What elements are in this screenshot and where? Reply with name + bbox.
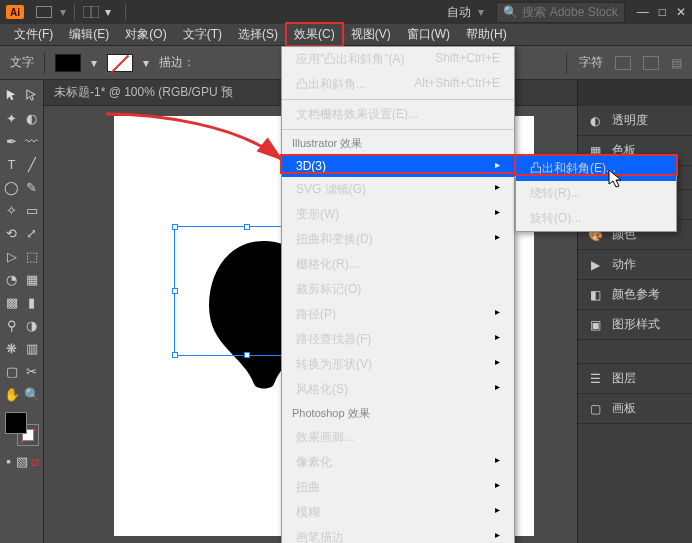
eyedropper-tool[interactable]: ⚲ [2,314,22,337]
menu-window[interactable]: 窗口(W) [399,23,458,46]
menu-3d[interactable]: 3D(3) [282,155,514,177]
artboards-icon: ▢ [586,402,604,416]
app-logo: Ai [6,5,24,19]
menu-view[interactable]: 视图(V) [343,23,399,46]
selection-type-label: 文字 [10,54,34,71]
symbol-sprayer-tool[interactable]: ❋ [2,337,22,360]
menu-type[interactable]: 文字(T) [175,23,230,46]
line-tool[interactable]: ╱ [22,153,42,176]
graphicstyles-icon: ▣ [586,318,604,332]
direct-selection-tool[interactable] [22,84,42,107]
blend-tool[interactable]: ◑ [22,314,42,337]
align-icon[interactable] [615,56,631,70]
menu-rasterize[interactable]: 栅格化(R)... [282,252,514,277]
right-panel-dock: ◐透明度 ▦色板 ▥渐变 🎨颜色 ▶动作 ◧颜色参考 ▣图形样式 ☰图层 ▢画板 [577,80,692,543]
actions-icon: ▶ [586,258,604,272]
menu-file[interactable]: 文件(F) [6,23,61,46]
brush-tool[interactable]: ✎ [22,176,42,199]
menu-effect-gallery[interactable]: 效果画廊... [282,425,514,450]
menu-apply-last-effect[interactable]: 应用"凸出和斜角"(A)Shift+Ctrl+E [282,47,514,72]
search-placeholder: 搜索 Adobe Stock [522,4,617,21]
arrange-docs-icon[interactable]: ▾ [83,5,111,19]
menu-pixelate[interactable]: 像素化 [282,450,514,475]
close-button[interactable]: ✕ [676,5,686,19]
zoom-tool[interactable]: 🔍 [22,383,42,406]
panel-layers[interactable]: ☰图层 [578,364,692,394]
minimize-button[interactable]: — [637,5,649,19]
menu-help[interactable]: 帮助(H) [458,23,515,46]
menu-distort-transform[interactable]: 扭曲和变换(D) [282,227,514,252]
fill-stroke-control[interactable] [5,412,39,446]
gradient-mode-icon[interactable]: ▧ [15,450,28,473]
panel-artboards[interactable]: ▢画板 [578,394,692,424]
fill-swatch[interactable] [55,54,81,72]
app-titlebar: Ai ▾ ▾ 自动 ▾ 🔍 搜索 Adobe Stock — □ ✕ [0,0,692,24]
panel-color-guide[interactable]: ◧颜色参考 [578,280,692,310]
hand-tool[interactable]: ✋ [2,383,22,406]
color-mode-icon[interactable]: ▪ [2,450,15,473]
workspace-switcher[interactable]: 自动 ▾ [447,4,484,21]
menubar: 文件(F) 编辑(E) 对象(O) 文字(T) 选择(S) 效果(C) 视图(V… [0,24,692,46]
menu-blur[interactable]: 模糊 [282,500,514,525]
menu-object[interactable]: 对象(O) [117,23,174,46]
scale-tool[interactable]: ⤢ [22,222,42,245]
shaper-tool[interactable]: ✧ [2,199,22,222]
bridge-icon[interactable] [36,6,52,18]
menu-crop-marks[interactable]: 裁剪标记(O) [282,277,514,302]
layers-icon: ☰ [586,372,604,386]
menu-distort-ps[interactable]: 扭曲 [282,475,514,500]
menu-header-photoshop: Photoshop 效果 [282,402,514,425]
selection-tool[interactable] [2,84,22,107]
pen-tool[interactable]: ✒ [2,130,22,153]
menu-convert-to-shape[interactable]: 转换为形状(V) [282,352,514,377]
menu-effect[interactable]: 效果(C) [286,23,343,46]
menu-extrude-bevel[interactable]: 凸出和斜角(E)... [516,156,676,181]
panel-actions[interactable]: ▶动作 [578,250,692,280]
lasso-tool[interactable]: ◐ [22,107,42,130]
transparency-icon: ◐ [586,114,604,128]
rotate-tool[interactable]: ⟲ [2,222,22,245]
menu-warp[interactable]: 变形(W) [282,202,514,227]
none-mode-icon[interactable]: ⧄ [28,450,41,473]
type-tool[interactable]: T [2,153,22,176]
panel-menu-icon[interactable]: ▤ [671,56,682,70]
menu-svg-filters[interactable]: SVG 滤镜(G) [282,177,514,202]
3d-submenu: 凸出和斜角(E)... 绕转(R)... 旋转(O)... [515,155,677,232]
menu-path[interactable]: 路径(P) [282,302,514,327]
perspective-tool[interactable]: ▦ [22,268,42,291]
gradient-tool[interactable]: ▮ [22,291,42,314]
menu-header-illustrator: Illustrator 效果 [282,132,514,155]
mesh-tool[interactable]: ▩ [2,291,22,314]
characters-panel-link[interactable]: 字符 [579,54,603,71]
menu-stylize-ai[interactable]: 风格化(S) [282,377,514,402]
menu-doc-raster-settings[interactable]: 文档栅格效果设置(E)... [282,102,514,127]
eraser-tool[interactable]: ▭ [22,199,42,222]
transform-icon[interactable] [643,56,659,70]
effect-menu-dropdown: 应用"凸出和斜角"(A)Shift+Ctrl+E 凸出和斜角...Alt+Shi… [281,46,515,543]
graph-tool[interactable]: ▥ [22,337,42,360]
panel-transparency[interactable]: ◐透明度 [578,106,692,136]
width-tool[interactable]: ▷ [2,245,22,268]
menu-last-effect-options[interactable]: 凸出和斜角...Alt+Shift+Ctrl+E [282,72,514,97]
magic-wand-tool[interactable]: ✦ [2,107,22,130]
maximize-button[interactable]: □ [659,5,666,19]
shape-builder-tool[interactable]: ◔ [2,268,22,291]
search-icon: 🔍 [503,5,518,19]
stroke-label: 描边： [159,54,195,71]
slice-tool[interactable]: ✂ [22,360,42,383]
panel-graphic-styles[interactable]: ▣图形样式 [578,310,692,340]
colorguide-icon: ◧ [586,288,604,302]
menu-select[interactable]: 选择(S) [230,23,286,46]
curvature-tool[interactable]: 〰 [22,130,42,153]
chevron-down-icon[interactable]: ▾ [60,5,66,19]
menu-brush-strokes[interactable]: 画笔描边 [282,525,514,543]
menu-rotate-3d[interactable]: 旋转(O)... [516,206,676,231]
menu-edit[interactable]: 编辑(E) [61,23,117,46]
free-transform-tool[interactable]: ⬚ [22,245,42,268]
artboard-tool[interactable]: ▢ [2,360,22,383]
ellipse-tool[interactable]: ◯ [2,176,22,199]
stroke-swatch[interactable] [107,54,133,72]
stock-search[interactable]: 🔍 搜索 Adobe Stock [496,2,624,23]
menu-revolve[interactable]: 绕转(R)... [516,181,676,206]
menu-pathfinder[interactable]: 路径查找器(F) [282,327,514,352]
